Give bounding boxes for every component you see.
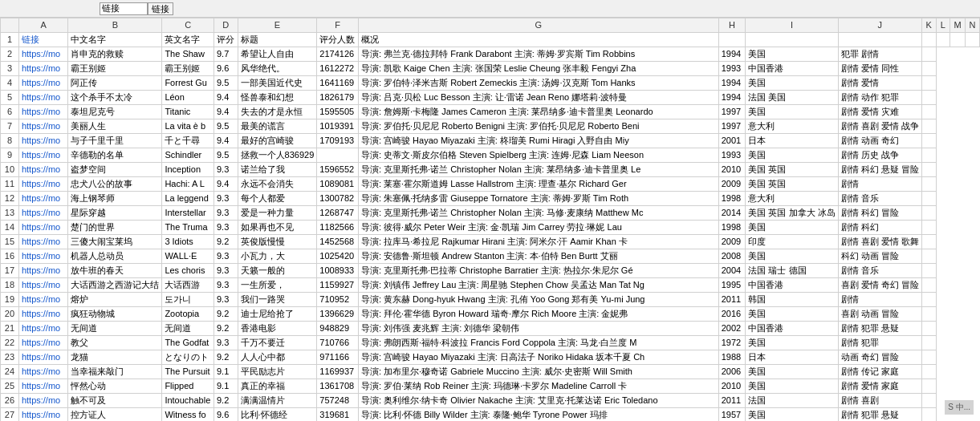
- cell-22-7[interactable]: 1972: [718, 336, 746, 350]
- cell-14-1[interactable]: 楚门的世界: [68, 221, 162, 235]
- cell-26-2[interactable]: Intouchable: [162, 394, 214, 408]
- cell-8-4[interactable]: 最好的宫崎骏: [238, 134, 317, 148]
- search-button[interactable]: 链接: [148, 2, 173, 15]
- cell-26-10[interactable]: [921, 394, 936, 408]
- cell-17-7[interactable]: 2004: [718, 264, 746, 278]
- cell-19-6[interactable]: 导演: 黄东赫 Dong-hyuk Hwang 主演: 孔侑 Yoo Gong …: [358, 293, 718, 307]
- cell-25-10[interactable]: [921, 379, 936, 394]
- cell-13-0[interactable]: https://mo: [18, 206, 67, 221]
- cell-25-0[interactable]: https://mo: [18, 379, 67, 394]
- cell-6-1[interactable]: 泰坦尼克号: [68, 105, 162, 119]
- col-header-n[interactable]: N: [965, 18, 979, 33]
- cell-6-7[interactable]: 1997: [718, 105, 746, 119]
- cell-21-6[interactable]: 导演: 刘伟强 麦兆辉 主演: 刘德华 梁朝伟: [358, 322, 718, 336]
- cell-21-1[interactable]: 无间道: [68, 322, 162, 336]
- cell-8-6[interactable]: 导演: 宫崎骏 Hayao Miyazaki 主演: 柊瑠美 Rumi Hira…: [358, 134, 718, 148]
- cell-13-8[interactable]: 美国 英国 加拿大 冰岛: [746, 206, 838, 221]
- cell-5-0[interactable]: https://mo: [18, 91, 67, 105]
- cell-20-5[interactable]: 1396629: [317, 307, 359, 322]
- cell-17-5[interactable]: 1008933: [317, 264, 359, 278]
- cell-11-10[interactable]: [921, 177, 936, 192]
- cell-26-9[interactable]: 剧情 喜剧: [838, 394, 921, 408]
- cell-10-5[interactable]: 1596552: [317, 163, 359, 177]
- cell-15-9[interactable]: 剧情 喜剧 爱情 歌舞: [838, 235, 921, 249]
- cell-15-7[interactable]: 2009: [718, 235, 746, 249]
- cell-21-0[interactable]: https://mo: [18, 322, 67, 336]
- cell-18-2[interactable]: 大话西游: [162, 278, 214, 293]
- cell-20-2[interactable]: Zootopia: [162, 307, 214, 322]
- cell-18-7[interactable]: 1995: [718, 278, 746, 293]
- cell-27-9[interactable]: 剧情 犯罪 悬疑: [838, 408, 921, 422]
- cell-14-0[interactable]: https://mo: [18, 221, 67, 235]
- cell-4-10[interactable]: [921, 76, 936, 91]
- cell-19-10[interactable]: [921, 293, 936, 307]
- cell-1n[interactable]: [965, 33, 979, 47]
- cell-10-7[interactable]: 2010: [718, 163, 746, 177]
- col-header-a[interactable]: A: [18, 18, 67, 33]
- search-input[interactable]: [100, 2, 148, 15]
- cell-27-4[interactable]: 比利·怀德经: [238, 408, 317, 422]
- cell-19-8[interactable]: 韩国: [746, 293, 838, 307]
- col-header-h[interactable]: H: [718, 18, 746, 33]
- cell-20-4[interactable]: 迪士尼给抢了: [238, 307, 317, 322]
- cell-6-4[interactable]: 失去的才是永恒: [238, 105, 317, 119]
- cell-1j[interactable]: [838, 33, 921, 47]
- cell-5-2[interactable]: Léon: [162, 91, 214, 105]
- cell-4-6[interactable]: 导演: 罗伯特·泽米吉斯 Robert Zemeckis 主演: 汤姆·汉克斯 …: [358, 76, 718, 91]
- cell-8-10[interactable]: [921, 134, 936, 148]
- cell-13-4[interactable]: 爱是一种力量: [238, 206, 317, 221]
- cell-10-1[interactable]: 盗梦空间: [68, 163, 162, 177]
- cell-12-9[interactable]: 剧情 音乐: [838, 192, 921, 206]
- cell-2-8[interactable]: 美国: [746, 47, 838, 62]
- cell-8-1[interactable]: 与子千里千里: [68, 134, 162, 148]
- cell-25-3[interactable]: 9.1: [213, 379, 238, 394]
- cell-20-10[interactable]: [921, 307, 936, 322]
- cell-13-3[interactable]: 9.3: [213, 206, 238, 221]
- cell-14-3[interactable]: 9.3: [213, 221, 238, 235]
- cell-17-2[interactable]: Les choris: [162, 264, 214, 278]
- cell-4-0[interactable]: https://mo: [18, 76, 67, 91]
- cell-3-3[interactable]: 9.6: [213, 62, 238, 76]
- cell-5-4[interactable]: 怪兽泰和幻想: [238, 91, 317, 105]
- cell-9-1[interactable]: 辛德勒的名单: [68, 148, 162, 163]
- cell-26-6[interactable]: 导演: 奥利维尔·纳卡奇 Olivier Nakache 主演: 艾里克·托莱达…: [358, 394, 718, 408]
- cell-21-9[interactable]: 剧情 犯罪 悬疑: [838, 322, 921, 336]
- cell-27-7[interactable]: 1957: [718, 408, 746, 422]
- cell-8-9[interactable]: 剧情 动画 奇幻: [838, 134, 921, 148]
- cell-22-4[interactable]: 千万不要迁: [238, 336, 317, 350]
- cell-17-9[interactable]: 剧情 音乐: [838, 264, 921, 278]
- cell-2-1[interactable]: 肖申克的救赎: [68, 47, 162, 62]
- cell-22-3[interactable]: 9.3: [213, 336, 238, 350]
- cell-14-10[interactable]: [921, 221, 936, 235]
- cell-15-10[interactable]: [921, 235, 936, 249]
- cell-11-8[interactable]: 美国 英国: [746, 177, 838, 192]
- cell-24-2[interactable]: The Pursuit: [162, 365, 214, 379]
- cell-9-10[interactable]: [921, 148, 936, 163]
- cell-9-7[interactable]: 1993: [718, 148, 746, 163]
- cell-12-5[interactable]: 1300782: [317, 192, 359, 206]
- cell-14-7[interactable]: 1998: [718, 221, 746, 235]
- cell-12-7[interactable]: 1998: [718, 192, 746, 206]
- cell-9-6[interactable]: 导演: 史蒂文·斯皮尔伯格 Steven Spielberg 主演: 连姆·尼森…: [358, 148, 718, 163]
- cell-9-4[interactable]: 拯救一个人836929: [238, 148, 317, 163]
- cell-19-3[interactable]: 9.3: [213, 293, 238, 307]
- cell-6-5[interactable]: 1595505: [317, 105, 359, 119]
- cell-3-0[interactable]: https://mo: [18, 62, 67, 76]
- cell-11-3[interactable]: 9.4: [213, 177, 238, 192]
- cell-7-0[interactable]: https://mo: [18, 119, 67, 134]
- cell-7-3[interactable]: 9.5: [213, 119, 238, 134]
- cell-18-10[interactable]: [921, 278, 936, 293]
- cell-20-1[interactable]: 疯狂动物城: [68, 307, 162, 322]
- cell-12-1[interactable]: 海上钢琴师: [68, 192, 162, 206]
- cell-27-10[interactable]: [921, 408, 936, 422]
- cell-3-8[interactable]: 中国香港: [746, 62, 838, 76]
- cell-20-0[interactable]: https://mo: [18, 307, 67, 322]
- col-header-k[interactable]: K: [921, 18, 936, 33]
- cell-25-2[interactable]: Flipped: [162, 379, 214, 394]
- cell-1e[interactable]: 标题: [238, 33, 317, 47]
- cell-9-9[interactable]: 剧情 历史 战争: [838, 148, 921, 163]
- cell-20-7[interactable]: 2016: [718, 307, 746, 322]
- cell-16-6[interactable]: 导演: 安德鲁·斯坦顿 Andrew Stanton 主演: 本·伯特 Ben …: [358, 249, 718, 264]
- cell-14-9[interactable]: 剧情 科幻: [838, 221, 921, 235]
- cell-1f[interactable]: 评分人数: [317, 33, 359, 47]
